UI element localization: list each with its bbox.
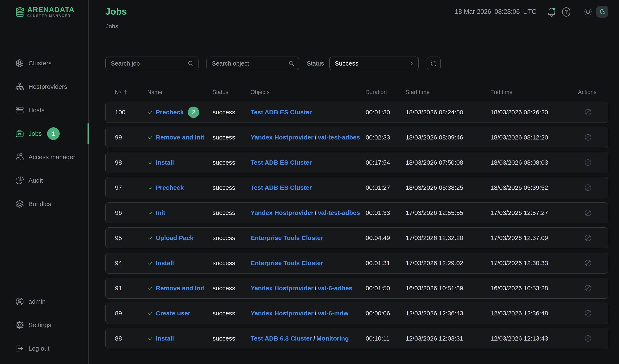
job-number: 88 [115, 335, 147, 342]
job-objects: Test ADB ES Cluster [251, 184, 366, 191]
search-object-input[interactable] [207, 56, 299, 70]
object-link[interactable]: val-6-adbes [318, 285, 352, 292]
object-separator: / [315, 310, 316, 317]
sidebar-item-hostproviders[interactable]: Hostproviders [0, 75, 88, 98]
sidebar-item-audit[interactable]: Audit [0, 169, 88, 192]
object-link[interactable]: Yandex Hostprovider [251, 285, 313, 292]
object-link[interactable]: Yandex Hostprovider [251, 310, 313, 317]
filter-bar: Status Success [105, 56, 441, 70]
column-label: Actions [578, 89, 597, 96]
job-name-link[interactable]: Upload Pack [156, 234, 194, 241]
job-name-link[interactable]: Install [156, 159, 174, 166]
job-actions-cell [578, 259, 608, 267]
stop-job-button[interactable] [584, 259, 592, 267]
object-link[interactable]: Yandex Hostprovider [251, 209, 313, 216]
column-header-actions[interactable]: Actions [578, 89, 608, 96]
job-objects: Test ADB ES Cluster [251, 109, 366, 116]
column-header-end-time[interactable]: End time [490, 89, 578, 96]
sidebar-item-label: admin [28, 298, 46, 305]
sidebar-item-hosts[interactable]: Hosts [0, 98, 88, 122]
sidebar-item-clusters[interactable]: Clusters [0, 52, 88, 75]
job-number: 100 [115, 109, 147, 116]
arenadata-logo[interactable]: ARENADATA CLUSTER MANAGER [13, 5, 74, 19]
stop-job-button[interactable] [584, 133, 592, 142]
column-header-status[interactable]: Status [212, 89, 251, 96]
sidebar-item-access-manager[interactable]: Access manager [0, 145, 88, 169]
object-link[interactable]: Test ADB ES Cluster [251, 159, 312, 166]
sidebar-item-bundles[interactable]: Bundles [0, 192, 88, 216]
job-duration: 00:00:06 [366, 310, 406, 317]
job-name-link[interactable]: Install [156, 260, 174, 266]
object-link[interactable]: Enterprise Tools Cluster [251, 260, 323, 266]
light-theme-button[interactable] [583, 7, 593, 16]
job-start-time: 18/03/2026 07:50:08 [406, 159, 491, 166]
job-end-time: 18/03/2026 08:12:20 [491, 134, 578, 141]
object-link[interactable]: val-6-mdw [318, 310, 349, 317]
stop-job-button[interactable] [584, 108, 592, 117]
object-link[interactable]: Test ADB 6.3 Cluster [251, 335, 312, 342]
job-name-link[interactable]: Remove and Init [156, 134, 204, 141]
object-link[interactable]: val-test-adbes [318, 134, 360, 141]
object-link[interactable]: Yandex Hostprovider [251, 134, 313, 141]
job-name-link[interactable]: Precheck [156, 109, 184, 116]
job-row: 99Remove and InitsuccessYandex Hostprovi… [105, 127, 608, 148]
stop-job-button[interactable] [584, 183, 592, 192]
job-row: 100Precheck2successTest ADB ES Cluster00… [105, 102, 608, 123]
job-actions-cell [578, 309, 608, 318]
job-objects: Yandex Hostprovider/val-6-mdw [251, 310, 366, 317]
job-start-time: 18/03/2026 05:38:25 [406, 184, 491, 191]
sidebar-bottom-nav: adminSettingsLog out [0, 290, 88, 360]
refresh-button[interactable] [427, 56, 441, 70]
dark-theme-button[interactable] [596, 6, 608, 18]
stop-job-button[interactable] [584, 234, 592, 242]
column-header-start-time[interactable]: Start time [405, 89, 490, 96]
table-body: 100Precheck2successTest ADB ES Cluster00… [105, 102, 608, 353]
success-check-icon [147, 336, 153, 341]
job-number: 95 [115, 234, 147, 241]
object-link[interactable]: val-test-adbes [318, 209, 360, 216]
job-name-link[interactable]: Install [156, 335, 174, 342]
job-name-link[interactable]: Precheck [156, 184, 184, 191]
sidebar-item-label: Hostproviders [28, 83, 67, 90]
object-link[interactable]: Test ADB ES Cluster [251, 109, 312, 116]
ban-icon [584, 234, 592, 242]
object-link[interactable]: Monitoring [316, 335, 349, 342]
job-end-time: 17/03/2026 12:30:33 [491, 260, 578, 266]
sidebar-item-jobs[interactable]: Jobs1 [0, 122, 88, 145]
job-number: 98 [115, 159, 147, 166]
sidebar-item-settings[interactable]: Settings [0, 313, 88, 337]
sidebar-item-admin[interactable]: admin [0, 290, 88, 313]
stop-job-button[interactable] [584, 309, 592, 318]
stop-job-button[interactable] [584, 158, 592, 167]
stop-job-button[interactable] [584, 208, 592, 217]
ban-icon [584, 334, 592, 343]
chevron-right-icon [408, 60, 415, 67]
job-row: 95Upload PacksuccessEnterprise Tools Clu… [105, 227, 608, 248]
column-header-name[interactable]: Name [147, 89, 212, 96]
stop-job-button[interactable] [584, 284, 592, 293]
status-select[interactable]: Success [329, 56, 419, 70]
job-name-link[interactable]: Create user [156, 310, 190, 317]
object-link[interactable]: Enterprise Tools Cluster [251, 234, 323, 241]
job-number: 91 [115, 285, 147, 292]
job-name-link[interactable]: Init [156, 209, 165, 216]
job-objects: Yandex Hostprovider/val-test-adbes [251, 134, 366, 141]
column-header--[interactable]: № [115, 89, 147, 96]
job-number: 99 [115, 134, 147, 141]
search-job-input[interactable] [105, 56, 198, 70]
column-header-duration[interactable]: Duration [366, 89, 405, 96]
object-separator: / [315, 285, 316, 292]
help-button[interactable]: ? [561, 6, 572, 18]
column-header-objects[interactable]: Objects [251, 89, 366, 96]
access-manager-icon [15, 152, 25, 162]
sidebar: ARENADATA CLUSTER MANAGER ClustersHostpr… [0, 0, 89, 364]
ban-icon [584, 208, 592, 217]
notifications-bell-button[interactable] [546, 6, 557, 18]
ban-icon [584, 284, 592, 293]
status-filter-label: Status [307, 60, 324, 67]
job-row: 88InstallsuccessTest ADB 6.3 Cluster/Mon… [105, 328, 608, 349]
object-link[interactable]: Test ADB ES Cluster [251, 184, 312, 191]
job-name-link[interactable]: Remove and Init [156, 285, 204, 292]
stop-job-button[interactable] [584, 334, 592, 343]
sidebar-item-log-out[interactable]: Log out [0, 337, 88, 360]
